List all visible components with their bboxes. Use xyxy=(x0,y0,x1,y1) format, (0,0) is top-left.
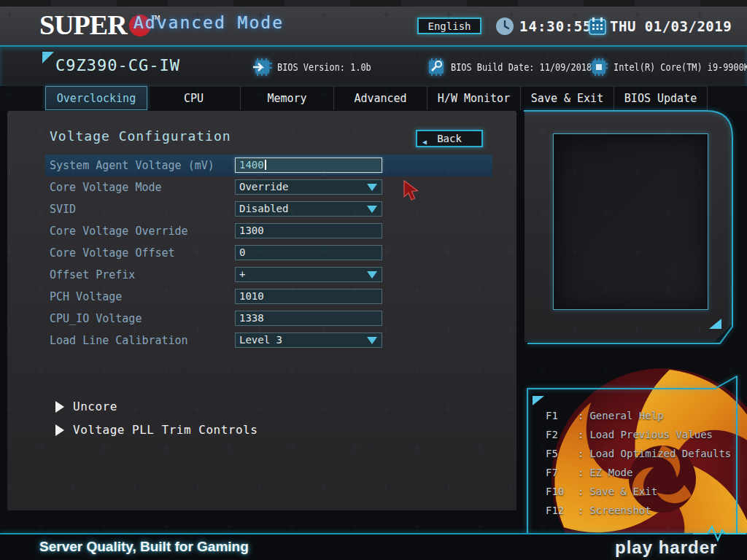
field-value: 0 xyxy=(239,246,245,259)
hotkey-f12: F12:Screenshot xyxy=(546,501,731,520)
dropdown-arrow-icon xyxy=(367,271,377,279)
hotkey-f1: F1:General Help xyxy=(546,406,731,425)
hotkey-separator: : xyxy=(578,448,584,459)
field-input-core-voltage-offset[interactable]: 0 xyxy=(235,245,382,260)
field-label: Offset Prefix xyxy=(50,264,135,286)
back-arrow-icon: ◀ xyxy=(422,135,427,149)
bios-screen: SUPERTM Advanced Mode English 14:30:55 T… xyxy=(0,0,747,560)
field-value: 1338 xyxy=(239,312,264,324)
tab-bios-update[interactable]: BIOS Update xyxy=(614,86,708,110)
group-label: Voltage PLL Trim Controls xyxy=(73,419,258,442)
page-title: Voltage Configuration xyxy=(50,128,231,144)
field-row-load-line-calibration: Load Line CalibrationLevel 3 xyxy=(7,330,516,351)
field-row-pch-voltage: PCH Voltage1010 xyxy=(7,286,516,308)
tab-bar: OverclockingCPUMemoryAdvancedH/W Monitor… xyxy=(0,86,747,110)
language-button[interactable]: English xyxy=(417,18,481,34)
build-date-text: BIOS Build Date: 11/09/2018 xyxy=(451,61,592,73)
help-panel: F1:General HelpF2:Load Previous ValuesF5… xyxy=(527,389,740,534)
heartbeat-icon xyxy=(692,524,747,542)
group-list: UncoreVoltage PLL Trim Controls xyxy=(7,395,516,442)
hotkey-description: General Help xyxy=(589,410,663,421)
mouse-cursor-icon xyxy=(402,179,421,201)
field-label: Core Voltage Mode xyxy=(50,176,162,198)
field-label: PCH Voltage xyxy=(50,286,122,308)
hotkey-description: Save & Exit xyxy=(589,486,657,497)
system-time: 14:30:55 xyxy=(519,18,592,34)
field-select-svid[interactable]: Disabled xyxy=(235,201,382,217)
field-label: CPU_IO Voltage xyxy=(50,308,142,330)
group-uncore[interactable]: Uncore xyxy=(7,395,516,419)
calendar-icon xyxy=(588,17,607,36)
field-label: Core Voltage Offset xyxy=(50,242,175,264)
footer-bar: Server Quality, Built for Gaming play ha… xyxy=(0,534,747,560)
tab-h-w-monitor[interactable]: H/W Monitor xyxy=(427,86,521,110)
hotkey-f7: F7:EZ Mode xyxy=(546,463,731,482)
hotkey-key: F5 xyxy=(546,444,578,463)
field-row-svid: SVIDDisabled xyxy=(7,198,516,220)
field-value: + xyxy=(239,268,245,281)
hotkey-description: Screenshot xyxy=(589,505,651,516)
expand-arrow-icon xyxy=(55,401,64,413)
hotkey-separator: : xyxy=(578,467,584,478)
hotkey-f10: F10:Save & Exit xyxy=(546,482,731,501)
back-button[interactable]: ◀ Back xyxy=(416,130,483,147)
bios-version-text: BIOS Version: 1.0b xyxy=(277,61,371,73)
hotkey-f5: F5:Load Optimized Defaults xyxy=(546,444,731,463)
brand-text: SUPER xyxy=(39,9,127,40)
tab-advanced[interactable]: Advanced xyxy=(334,86,427,110)
field-value: 1300 xyxy=(239,225,264,237)
field-select-load-line-calibration[interactable]: Level 3 xyxy=(235,332,382,348)
bios-version-chip-icon xyxy=(251,57,273,77)
hotkey-separator: : xyxy=(578,429,584,440)
tab-cpu[interactable]: CPU xyxy=(147,86,241,110)
tab-overclocking[interactable]: Overclocking xyxy=(45,86,147,110)
board-model: C9Z390-CG-IW xyxy=(55,56,180,74)
header-bar: SUPERTM Advanced Mode English 14:30:55 T… xyxy=(0,0,747,45)
hotkey-key: F10 xyxy=(546,482,578,501)
system-date: THU 01/03/2019 xyxy=(610,18,732,34)
text-caret xyxy=(265,160,266,170)
dropdown-arrow-icon xyxy=(367,206,377,213)
hotkey-description: Load Previous Values xyxy=(589,429,713,440)
expand-arrow-icon xyxy=(55,424,64,436)
field-value: Override xyxy=(239,181,288,193)
settings-panel: Voltage Configuration ◀ Back System Agen… xyxy=(7,111,516,510)
group-voltage-pll-trim-controls[interactable]: Voltage PLL Trim Controls xyxy=(7,419,516,442)
hotkey-list: F1:General HelpF2:Load Previous ValuesF5… xyxy=(546,406,731,520)
field-select-offset-prefix[interactable]: + xyxy=(235,267,382,282)
cpu-model-text: Intel(R) Core(TM) i9-9900K xyxy=(614,61,747,73)
hotkey-key: F7 xyxy=(546,463,578,482)
field-input-cpu-io-voltage[interactable]: 1338 xyxy=(235,311,382,326)
hotkey-separator: : xyxy=(578,505,584,516)
field-value: 1010 xyxy=(239,290,264,303)
corner-marker-icon xyxy=(42,52,54,63)
hotkey-description: Load Optimized Defaults xyxy=(589,448,731,459)
dropdown-arrow-icon xyxy=(367,184,377,191)
field-input-core-voltage-override[interactable]: 1300 xyxy=(235,223,382,238)
info-bar: C9Z390-CG-IW BIOS Version: 1.0b BIOS Bui… xyxy=(0,45,747,86)
field-label: Core Voltage Override xyxy=(50,220,188,242)
footer-tagline: Server Quality, Built for Gaming xyxy=(39,539,249,555)
field-row-offset-prefix: Offset Prefix+ xyxy=(7,264,516,286)
dropdown-arrow-icon xyxy=(367,337,377,344)
field-label: SVID xyxy=(50,198,76,220)
field-input-system-agent-voltage-mv[interactable]: 1400 xyxy=(235,158,382,173)
field-label: Load Line Calibration xyxy=(50,330,188,351)
field-select-core-voltage-mode[interactable]: Override xyxy=(235,179,382,195)
field-label: System Agent Voltage (mV) xyxy=(50,155,214,176)
field-value: Disabled xyxy=(239,203,288,215)
field-row-core-voltage-offset: Core Voltage Offset0 xyxy=(7,242,516,264)
mode-title: Advanced Mode xyxy=(133,13,284,32)
tab-memory[interactable]: Memory xyxy=(241,86,334,110)
field-input-pch-voltage[interactable]: 1010 xyxy=(235,289,382,304)
hotkey-description: EZ Mode xyxy=(589,467,632,478)
tab-save-exit[interactable]: Save & Exit xyxy=(521,86,614,110)
help-corner-marker-icon xyxy=(533,396,544,405)
field-value: Level 3 xyxy=(239,334,282,346)
hotkey-f2: F2:Load Previous Values xyxy=(546,425,731,444)
cpu-chip-icon xyxy=(588,57,610,77)
field-row-system-agent-voltage-mv: System Agent Voltage (mV)1400 xyxy=(7,155,516,176)
hotkey-key: F12 xyxy=(546,501,578,520)
field-row-core-voltage-mode: Core Voltage ModeOverride xyxy=(7,176,516,198)
field-row-cpu-io-voltage: CPU_IO Voltage1338 xyxy=(7,308,516,330)
